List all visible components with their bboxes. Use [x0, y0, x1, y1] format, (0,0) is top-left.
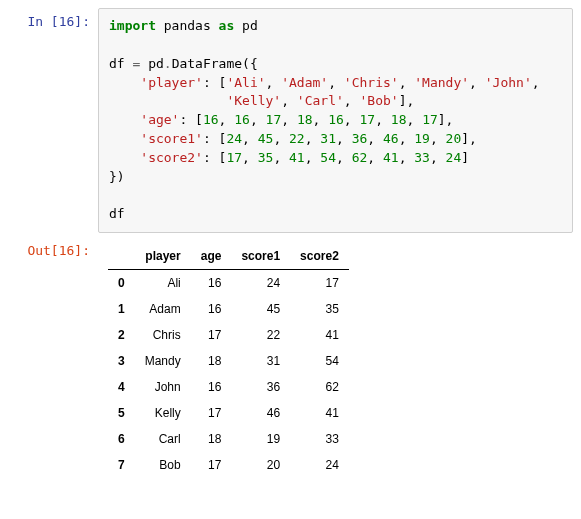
cell: 17: [290, 270, 349, 297]
code-text: pandas: [156, 18, 219, 33]
code-text: : [: [203, 75, 226, 90]
code-text: ,: [266, 75, 282, 90]
code-text: ,: [219, 112, 235, 127]
code-text: ,: [313, 112, 329, 127]
cell: 41: [290, 400, 349, 426]
table-row: 2 Chris 17 22 41: [108, 322, 349, 348]
cell: 45: [231, 296, 290, 322]
cell: 35: [290, 296, 349, 322]
code-text: ],: [438, 112, 454, 127]
num: 18: [391, 112, 407, 127]
cell: Chris: [135, 322, 191, 348]
code-text: ,: [399, 150, 415, 165]
input-prompt: In [16]:: [8, 8, 98, 29]
code-text: ,: [430, 150, 446, 165]
code-text: ,: [305, 150, 321, 165]
code-input[interactable]: import pandas as pd df = pd.DataFrame({ …: [98, 8, 573, 233]
code-text: ,: [344, 93, 360, 108]
code-text: ,: [281, 93, 297, 108]
cell: 19: [231, 426, 290, 452]
cell: Mandy: [135, 348, 191, 374]
cell: 36: [231, 374, 290, 400]
str: 'Carl': [297, 93, 344, 108]
cell: 17: [191, 400, 232, 426]
cell: Kelly: [135, 400, 191, 426]
str: 'Adam': [281, 75, 328, 90]
code-text: [109, 112, 140, 127]
num: 36: [352, 131, 368, 146]
num: 16: [234, 112, 250, 127]
code-text: ,: [242, 131, 258, 146]
table-row: 3 Mandy 18 31 54: [108, 348, 349, 374]
cell: Ali: [135, 270, 191, 297]
cell: 22: [231, 322, 290, 348]
num: 17: [226, 150, 242, 165]
str: 'score2': [140, 150, 203, 165]
cell: 24: [290, 452, 349, 478]
num: 20: [446, 131, 462, 146]
code-text: ,: [273, 131, 289, 146]
col-header: player: [135, 243, 191, 270]
str: 'Kelly': [226, 93, 281, 108]
str: 'Chris': [344, 75, 399, 90]
str: 'score1': [140, 131, 203, 146]
str: 'Bob': [359, 93, 398, 108]
kw-as: as: [219, 18, 235, 33]
code-text: ,: [273, 150, 289, 165]
code-text: ,: [406, 112, 422, 127]
code-text: ],: [399, 93, 415, 108]
cell: 18: [191, 426, 232, 452]
code-text: pd: [234, 18, 257, 33]
code-text: ,: [242, 150, 258, 165]
num: 62: [352, 150, 368, 165]
output-prompt: Out[16]:: [8, 237, 98, 258]
cell: 46: [231, 400, 290, 426]
table-row: 5 Kelly 17 46 41: [108, 400, 349, 426]
code-text: [109, 131, 140, 146]
num: 17: [422, 112, 438, 127]
cell: 31: [231, 348, 290, 374]
num: 24: [446, 150, 462, 165]
output-cell: Out[16]: player age score1 score2 0 Ali …: [8, 237, 573, 478]
code-text: }): [109, 169, 125, 184]
cell: Carl: [135, 426, 191, 452]
cell: 24: [231, 270, 290, 297]
row-index: 5: [108, 400, 135, 426]
code-text: ,: [344, 112, 360, 127]
cell: 17: [191, 322, 232, 348]
code-text: ,: [469, 75, 485, 90]
code-text: ,: [399, 75, 415, 90]
dataframe-table: player age score1 score2 0 Ali 16 24 17 …: [108, 243, 349, 478]
cell: 16: [191, 270, 232, 297]
num: 46: [383, 131, 399, 146]
cell: 62: [290, 374, 349, 400]
cell: 41: [290, 322, 349, 348]
cell: 54: [290, 348, 349, 374]
num: 41: [289, 150, 305, 165]
code-text: ,: [336, 131, 352, 146]
code-text: : [: [179, 112, 202, 127]
code-text: ,: [305, 131, 321, 146]
num: 41: [383, 150, 399, 165]
str: 'John': [485, 75, 532, 90]
code-text: df: [109, 206, 125, 221]
num: 33: [414, 150, 430, 165]
cell: 16: [191, 296, 232, 322]
table-row: 4 John 16 36 62: [108, 374, 349, 400]
str: 'Ali': [226, 75, 265, 90]
str: 'Mandy': [414, 75, 469, 90]
num: 16: [328, 112, 344, 127]
code-text: ,: [367, 131, 383, 146]
num: 24: [226, 131, 242, 146]
num: 35: [258, 150, 274, 165]
num: 17: [360, 112, 376, 127]
code-text: [109, 75, 140, 90]
str: 'player': [140, 75, 203, 90]
num: 22: [289, 131, 305, 146]
row-index: 4: [108, 374, 135, 400]
row-index: 7: [108, 452, 135, 478]
code-text: [109, 93, 226, 108]
code-text: ,: [328, 75, 344, 90]
num: 31: [320, 131, 336, 146]
num: 17: [266, 112, 282, 127]
